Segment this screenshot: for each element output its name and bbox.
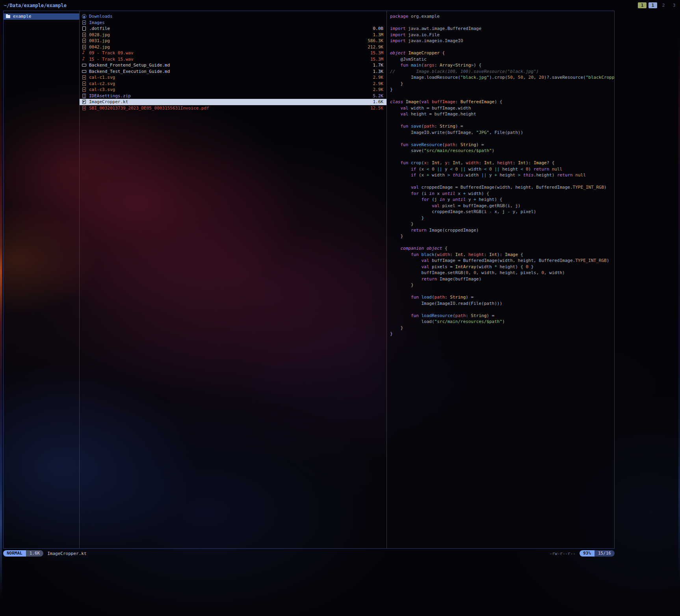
file-name: Backend_Frontend_Setup_Guide.md	[89, 63, 369, 68]
file-size: 12.5K	[370, 106, 383, 111]
file-row[interactable]: cal-c3.svg2.9K	[80, 87, 386, 93]
status-left: NORMAL 1.6K ImageCropper.kt	[3, 550, 87, 557]
code-line: croppedImage.setRGB(i - x, j - y, pixel)	[390, 209, 614, 215]
code-line	[390, 44, 614, 50]
file-list-pane: DownloadsImages.dotfile0.0B0028.jpg1.3M0…	[80, 11, 387, 549]
file-row[interactable]: .dotfile0.0B	[80, 26, 386, 32]
tab-1[interactable]: 1	[648, 2, 657, 8]
code-line: }	[390, 215, 614, 221]
code-line: if (x < 0 || y < 0 || width < 0 || heigh…	[390, 166, 614, 173]
file-size: 2.9K	[373, 87, 384, 92]
file-name: IDEAsettings.zip	[89, 93, 369, 98]
preview-pane: package org.exampleimport java.awt.image…	[387, 11, 615, 549]
code-line: buffImage.setRGB(0, 0, width, height, pi…	[390, 270, 614, 276]
code-line: import java.io.File	[390, 32, 614, 38]
code-line: class Image(val buffImage: BufferedImage…	[390, 99, 614, 105]
tab-2[interactable]: 2	[659, 2, 668, 8]
file-size: 212.9K	[368, 45, 383, 50]
cursor-position-badge: 15/16	[595, 550, 615, 557]
file-row[interactable]: 15 - Track 15.wav15.3M	[80, 56, 386, 63]
tab-3[interactable]: 3	[670, 2, 678, 8]
image-icon	[82, 82, 86, 86]
scroll-percent-badge: 93%	[580, 550, 595, 557]
code-line: @JvmStatic	[390, 56, 614, 63]
code-line: fun crop(x: Int, y: Int, width: Int, hei…	[390, 160, 614, 166]
file-name: cal-c1.svg	[89, 75, 369, 80]
code-line	[390, 117, 614, 124]
file-row[interactable]: Downloads	[80, 13, 386, 20]
file-row[interactable]: SBI_0032013739_2023_DE05_0003155631Invoi…	[80, 105, 386, 111]
code-line	[390, 154, 614, 160]
file-row[interactable]: ImageCropper.kt1.6K	[80, 99, 386, 105]
tab-bar: 1 1 2 3	[636, 2, 678, 8]
file-size: 15.3M	[370, 50, 383, 56]
code-line	[390, 20, 614, 26]
status-right: -rw-r--r-- 93% 15/16	[550, 550, 615, 557]
markdown-icon	[82, 69, 86, 74]
file-row[interactable]: IDEAsettings.zip5.2K	[80, 93, 386, 99]
file-manager-panes: example DownloadsImages.dotfile0.0B0028.…	[3, 11, 615, 549]
file-row[interactable]: Backend_Frontend_Setup_Guide.md1.7K	[80, 62, 386, 69]
status-bar: NORMAL 1.6K ImageCropper.kt -rw-r--r-- 9…	[3, 550, 615, 557]
code-line: }	[390, 233, 614, 239]
archive-icon	[82, 94, 86, 98]
file-row[interactable]: cal-c2.svg2.9K	[80, 81, 386, 87]
code-line: val croppedImage = BufferedImage(width, …	[390, 184, 614, 191]
code-line: fun saveResource(path: String) =	[390, 142, 614, 148]
file-name: ImageCropper.kt	[89, 99, 369, 104]
code-line: import java.awt.image.BufferedImage	[390, 26, 614, 32]
audio-icon	[82, 51, 86, 55]
parent-pane: example	[3, 11, 80, 549]
file-name: Backend_Test_Execution_Guide.md	[89, 69, 369, 74]
file-row[interactable]: 0028.jpg1.3M	[80, 32, 386, 38]
markdown-icon	[82, 63, 86, 67]
code-line: Image(ImageIO.read(File(path)))	[390, 301, 614, 307]
code-line	[390, 239, 614, 246]
file-size: 15.3M	[370, 57, 383, 62]
file-row[interactable]: 0031.jpg586.3K	[80, 38, 386, 44]
code-line: val width = buffImage.width	[390, 105, 614, 111]
file-row[interactable]: 09 - Track 09.wav15.3M	[80, 50, 386, 56]
parent-dir-item[interactable]: example	[4, 13, 79, 20]
code-line	[390, 178, 614, 185]
code-line	[390, 135, 614, 142]
code-line: val height = buffImage.height	[390, 111, 614, 117]
file-size: 0.0B	[373, 26, 384, 31]
code-line: fun black(width: Int, height: Int): Imag…	[390, 252, 614, 258]
file-name: .dotfile	[89, 26, 369, 31]
kotlin-icon	[82, 100, 86, 104]
download-icon	[82, 14, 86, 19]
file-row[interactable]: cal-c1.svg2.9K	[80, 74, 386, 81]
parent-dir-name: example	[13, 14, 76, 19]
file-row[interactable]: 0042.jpg212.9K	[80, 44, 386, 50]
code-line: return Image(buffImage)	[390, 276, 614, 282]
mode-badge: NORMAL	[3, 550, 26, 557]
code-line: if (x + width > this.width || y + height…	[390, 172, 614, 178]
code-line	[390, 306, 614, 313]
code-line: ImageIO.write(buffImage, "JPG", File(pat…	[390, 130, 614, 136]
code-line: fun save(path: String) =	[390, 123, 614, 130]
code-line: }	[390, 221, 614, 227]
file-list: DownloadsImages.dotfile0.0B0028.jpg1.3M0…	[80, 11, 386, 111]
pdf-icon	[82, 106, 86, 110]
code-line: Image.loadResource("black.jpg").crop(50,…	[390, 74, 614, 81]
file-row[interactable]: Backend_Test_Execution_Guide.md1.3K	[80, 69, 386, 75]
file-name: cal-c2.svg	[89, 81, 369, 86]
wallpaper-left-glow	[0, 0, 2, 616]
code-preview: package org.exampleimport java.awt.image…	[387, 11, 614, 337]
code-line: fun load(path: String) =	[390, 294, 614, 301]
image-icon	[82, 39, 86, 43]
file-row[interactable]: Images	[80, 20, 386, 26]
code-line: object ImageCropper {	[390, 50, 614, 56]
file-size: 586.3K	[368, 38, 383, 43]
tasks-indicator[interactable]: 1	[638, 2, 647, 8]
header-bar: ~/Data/example/example 1 1 2 3	[4, 2, 678, 9]
file-icon	[82, 26, 86, 31]
code-line: val buffImage = BufferedImage(width, hei…	[390, 258, 614, 264]
file-size: 2.9K	[373, 81, 384, 86]
code-line: fun main(args: Array<String>) {	[390, 62, 614, 69]
file-size-badge: 1.6K	[26, 550, 44, 557]
code-line: val pixels = IntArray(width * height) { …	[390, 264, 614, 270]
file-name: Images	[89, 20, 379, 25]
code-line: }	[390, 282, 614, 288]
